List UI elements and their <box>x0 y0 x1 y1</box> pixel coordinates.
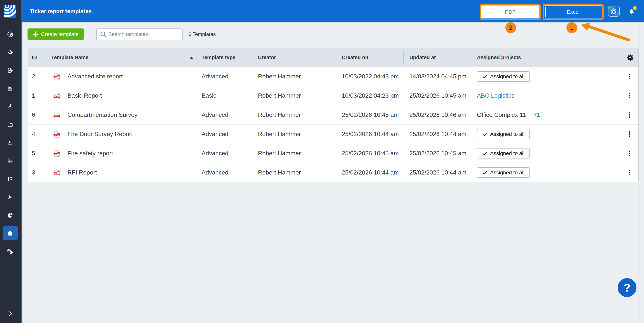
svg-text:PDF: PDF <box>54 76 57 78</box>
svg-text:PDF: PDF <box>54 134 57 136</box>
svg-text:PDF: PDF <box>54 154 57 155</box>
svg-text:PDF: PDF <box>54 96 57 98</box>
svg-text:PDF: PDF <box>54 172 57 174</box>
svg-text:PDF: PDF <box>54 115 57 117</box>
